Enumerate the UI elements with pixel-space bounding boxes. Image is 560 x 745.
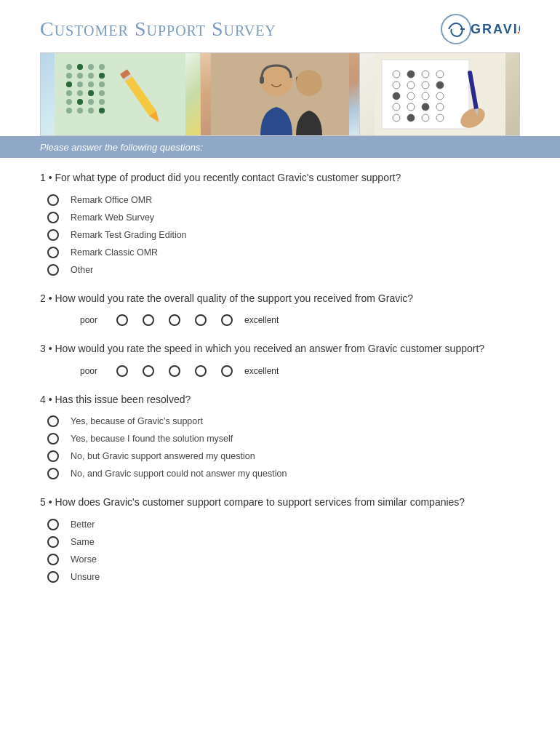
instruction-bar: Please answer the following questions:	[0, 136, 560, 158]
question-5: 5 • How does Gravic's customer support c…	[40, 495, 520, 583]
q1-radio-1[interactable]	[47, 194, 59, 206]
q4-text: Has this issue been resolved?	[55, 394, 191, 405]
q2-radio-3[interactable]	[169, 314, 180, 326]
svg-rect-42	[260, 76, 264, 84]
question-2: 2 • How would you rate the overall quali…	[40, 292, 520, 327]
q5-text: How does Gravic's customer support compa…	[55, 496, 465, 508]
q2-radio-1[interactable]	[116, 314, 128, 326]
q1-radio-2[interactable]	[47, 212, 59, 223]
q5-radio-1[interactable]	[47, 519, 59, 530]
question-1: 1 • For what type of product did you rec…	[40, 171, 520, 276]
q2-rating-row: poor excellent	[40, 314, 520, 326]
svg-point-67	[407, 71, 415, 78]
q1-radio-4[interactable]	[47, 247, 59, 258]
q5-option-4-label: Unsure	[71, 572, 100, 582]
people-image	[211, 52, 349, 136]
q4-radio-2[interactable]	[47, 433, 59, 445]
q4-option-4: No, and Gravic support could not answer …	[47, 468, 520, 479]
question-3: 3 • How would you rate the speed in whic…	[40, 342, 520, 377]
q4-radio-4[interactable]	[47, 468, 59, 479]
q4-radio-1[interactable]	[47, 415, 59, 427]
survey-title: Customer Support Survey	[40, 17, 276, 41]
svg-point-70	[422, 103, 429, 111]
q3-rating-circles	[116, 365, 233, 377]
q1-radio-3[interactable]	[47, 229, 59, 241]
question-4-label: 4 • Has this issue been resolved?	[40, 393, 520, 407]
q3-radio-1[interactable]	[116, 365, 128, 377]
q3-radio-2[interactable]	[143, 365, 154, 377]
q4-bullet: •	[46, 394, 55, 405]
q5-number: 5	[40, 496, 46, 508]
q5-option-2-label: Same	[71, 537, 95, 547]
q4-radio-3[interactable]	[47, 450, 59, 462]
svg-point-5	[66, 64, 72, 70]
q4-number: 4	[40, 394, 46, 405]
q5-radio-4[interactable]	[47, 571, 59, 583]
svg-text:.: .	[517, 24, 520, 36]
q2-bullet: •	[46, 292, 55, 304]
q3-poor-label: poor	[80, 366, 109, 376]
q1-option-2-label: Remark Web Survey	[71, 212, 154, 223]
q4-option-3: No, but Gravic support answered my quest…	[47, 450, 520, 462]
q3-bullet: •	[46, 343, 55, 354]
q1-option-1-label: Remark Office OMR	[71, 195, 152, 205]
q4-option-1-label: Yes, because of Gravic's support	[71, 416, 203, 426]
q3-radio-4[interactable]	[195, 365, 207, 377]
logo-area: GRAVIC .	[440, 13, 520, 45]
q4-option-4-label: No, and Gravic support could not answer …	[71, 469, 287, 479]
q4-option-2: Yes, because I found the solution myself	[47, 433, 520, 445]
svg-point-26	[77, 108, 83, 113]
q1-option-4-label: Remark Classic OMR	[71, 247, 158, 258]
q3-radio-3[interactable]	[169, 365, 180, 377]
svg-point-24	[99, 99, 105, 105]
q2-text: How would you rate the overall quality o…	[55, 292, 413, 304]
q1-radio-5[interactable]	[47, 264, 59, 276]
question-2-label: 2 • How would you rate the overall quali…	[40, 292, 520, 306]
q5-radio-3[interactable]	[47, 554, 59, 565]
svg-point-17	[66, 90, 72, 96]
svg-point-69	[393, 92, 400, 100]
q3-text: How would you rate the speed in which yo…	[55, 343, 484, 354]
q2-number: 2	[40, 292, 46, 304]
q1-number: 1	[40, 172, 46, 183]
svg-point-21	[66, 99, 72, 105]
q3-number: 3	[40, 343, 46, 354]
q1-options: Remark Office OMR Remark Web Survey Rema…	[40, 194, 520, 276]
gravic-logo: GRAVIC .	[440, 13, 520, 45]
question-4: 4 • Has this issue been resolved? Yes, b…	[40, 393, 520, 480]
q1-bullet: •	[46, 172, 55, 183]
q5-option-3: Worse	[47, 554, 520, 565]
svg-point-16	[99, 81, 105, 87]
q1-option-3: Remark Test Grading Edition	[47, 229, 520, 241]
pencil-test-image	[55, 52, 185, 136]
q1-option-5-label: Other	[71, 265, 93, 275]
svg-point-33	[77, 99, 83, 105]
q2-excellent-label: excellent	[244, 315, 273, 325]
question-1-label: 1 • For what type of product did you rec…	[40, 171, 520, 186]
svg-point-29	[77, 64, 83, 70]
q2-radio-5[interactable]	[221, 314, 233, 326]
svg-point-32	[88, 90, 94, 96]
header: Customer Support Survey GRAVIC .	[0, 0, 560, 52]
svg-point-23	[88, 99, 94, 105]
svg-point-18	[77, 90, 83, 96]
svg-point-10	[77, 73, 83, 79]
svg-text:GRAVIC: GRAVIC	[471, 22, 520, 36]
q5-option-1-label: Better	[71, 519, 95, 530]
q5-radio-2[interactable]	[47, 536, 59, 548]
q4-option-3-label: No, but Gravic support answered my quest…	[71, 451, 255, 461]
q2-radio-4[interactable]	[195, 314, 207, 326]
survey-page: Customer Support Survey GRAVIC .	[0, 0, 560, 745]
questions-area: 1 • For what type of product did you rec…	[0, 158, 560, 621]
q5-option-3-label: Worse	[71, 554, 97, 565]
svg-point-15	[88, 81, 94, 87]
svg-point-30	[99, 73, 105, 79]
writing-image	[375, 52, 505, 136]
q5-bullet: •	[46, 496, 55, 508]
svg-point-25	[66, 108, 72, 113]
q1-option-4: Remark Classic OMR	[47, 247, 520, 258]
q2-radio-2[interactable]	[143, 314, 154, 326]
svg-point-9	[66, 73, 72, 79]
q4-option-1: Yes, because of Gravic's support	[47, 415, 520, 427]
q3-radio-5[interactable]	[221, 365, 233, 377]
